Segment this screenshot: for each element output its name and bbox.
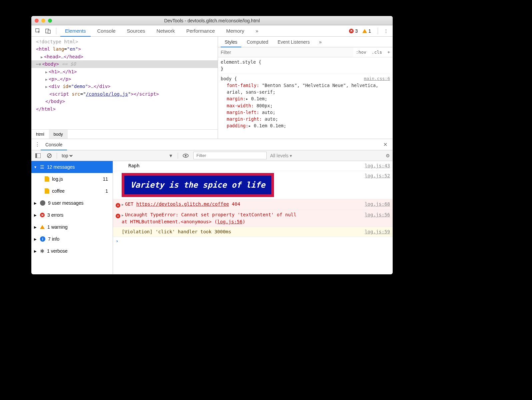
chevron-right-icon: ▶ — [33, 237, 37, 241]
sidebar-toggle-icon[interactable] — [34, 153, 42, 158]
expand-icon[interactable]: ▶ — [45, 77, 49, 83]
console-sidebar: ▼ ☰ 12 messages log.js 11 coffee 1 ▶ 9 u… — [31, 161, 113, 274]
chevron-right-icon: ▶ — [33, 225, 37, 229]
source-link[interactable]: log.js:43 — [362, 162, 390, 169]
inspect-icon[interactable] — [34, 27, 42, 35]
console-prompt[interactable]: › — [113, 237, 393, 245]
tab-network[interactable]: Network — [152, 25, 180, 37]
titlebar: DevTools - devtools.glitch.me/console/lo… — [31, 16, 393, 25]
stack-link[interactable]: log.js:56 — [217, 219, 243, 224]
source-link[interactable]: log.js:59 — [362, 228, 390, 235]
chevron-down-icon[interactable]: ▼ — [167, 153, 175, 158]
stab-styles[interactable]: Styles — [221, 37, 241, 47]
cls-button[interactable]: .cls — [369, 50, 385, 55]
violation-message[interactable]: [Violation] 'click' handler took 3000ms … — [113, 227, 393, 237]
sidebar-warnings[interactable]: ▶ 1 warning — [31, 221, 113, 233]
tab-performance[interactable]: Performance — [182, 25, 220, 37]
chevron-right-icon: ▶ — [33, 213, 37, 217]
error-message[interactable]: ✕ ▶Uncaught TypeError: Cannot set proper… — [113, 210, 393, 227]
warning-badge[interactable]: 1 — [362, 28, 371, 34]
sidebar-messages[interactable]: ▼ ☰ 12 messages — [31, 161, 113, 173]
styles-body[interactable]: element.style { } main.css:6body { font-… — [218, 57, 393, 139]
user-icon — [40, 200, 45, 206]
styled-log: Variety is the spice of life — [122, 173, 274, 197]
chevron-right-icon: ▶ — [33, 201, 37, 205]
error-icon: ✕ — [40, 213, 45, 217]
source-link[interactable]: log.js:68 — [362, 201, 390, 208]
main-tabbar: Elements Console Sources Network Perform… — [31, 25, 393, 37]
info-icon: i — [40, 236, 45, 242]
log-message-styled[interactable]: Variety is the spice of life log.js:52 — [113, 171, 393, 199]
hov-button[interactable]: :hov — [353, 50, 369, 55]
log-levels-selector[interactable]: All levels ▾ — [270, 153, 292, 158]
stab-listeners[interactable]: Event Listeners — [274, 37, 314, 47]
sidebar-verbose[interactable]: ▶ ✱ 1 verbose — [31, 245, 113, 257]
chevron-right-icon: ▶ — [33, 249, 37, 253]
request-url[interactable]: https://devtools.glitch.me/coffee — [136, 201, 229, 207]
clear-console-icon[interactable] — [45, 153, 53, 158]
devtools-window: DevTools - devtools.glitch.me/console/lo… — [31, 16, 393, 274]
tab-memory[interactable]: Memory — [222, 25, 249, 37]
console-filter-input[interactable] — [193, 152, 267, 159]
console-toolbar: top ▼ All levels ▾ ⚙ — [31, 150, 393, 161]
dom-body-selected[interactable]: ⋯▼<body> == $0 — [31, 60, 218, 68]
expand-icon[interactable]: ▶ — [122, 213, 125, 218]
list-icon: ☰ — [40, 164, 44, 170]
chevron-down-icon: ▼ — [33, 165, 37, 169]
breadcrumb-html[interactable]: html — [31, 130, 49, 139]
warning-icon — [362, 29, 367, 33]
menu-icon[interactable]: ⋮ — [382, 27, 390, 35]
expand-icon[interactable]: ▶ — [45, 69, 49, 75]
expand-icon[interactable]: ▶ — [45, 84, 49, 90]
stab-computed[interactable]: Computed — [243, 37, 272, 47]
bug-icon: ✱ — [40, 248, 44, 254]
dom-tree[interactable]: <!doctype html> <html lang="en"> ▶<head>… — [31, 37, 218, 129]
error-icon: ✕ — [349, 29, 354, 33]
console-messages: Raph log.js:43 Variety is the spice of l… — [113, 161, 393, 274]
tab-overflow[interactable]: » — [251, 25, 263, 37]
css-source-link[interactable]: main.css:6 — [364, 75, 390, 82]
styles-tabs: Styles Computed Event Listeners » — [218, 37, 393, 47]
gear-icon[interactable]: ⚙ — [386, 153, 390, 158]
styles-filter-input[interactable] — [218, 47, 353, 57]
console-drawer-tabs: ⋮ Console × — [31, 139, 393, 150]
file-icon — [45, 188, 49, 194]
stab-overflow[interactable]: » — [315, 37, 326, 47]
window-title: DevTools - devtools.glitch.me/console/lo… — [31, 18, 393, 23]
warning-icon — [40, 225, 45, 229]
svg-rect-2 — [48, 30, 50, 33]
tab-elements[interactable]: Elements — [60, 25, 91, 37]
drawer-tab-console[interactable]: Console — [41, 139, 67, 150]
add-rule-button[interactable]: + — [385, 50, 393, 55]
sidebar-item-coffee[interactable]: coffee 1 — [31, 185, 113, 197]
error-icon: ✕ — [116, 214, 120, 218]
svg-point-8 — [185, 155, 187, 156]
tab-console[interactable]: Console — [93, 25, 120, 37]
breadcrumb-body[interactable]: body — [49, 130, 68, 139]
sidebar-errors[interactable]: ▶ ✕ 3 errors — [31, 209, 113, 221]
dom-doctype[interactable]: <!doctype html> — [36, 39, 78, 44]
divider — [56, 28, 56, 34]
expand-icon[interactable]: ▶ — [41, 54, 44, 60]
sidebar-user-messages[interactable]: ▶ 9 user messages — [31, 197, 113, 209]
live-expression-icon[interactable] — [181, 154, 190, 158]
log-message[interactable]: Raph log.js:43 — [113, 161, 393, 171]
error-badge[interactable]: ✕3 — [349, 28, 358, 34]
console-split: ▼ ☰ 12 messages log.js 11 coffee 1 ▶ 9 u… — [31, 161, 393, 274]
error-message[interactable]: ✕ ▶GET https://devtools.glitch.me/coffee… — [113, 199, 393, 210]
tab-sources[interactable]: Sources — [122, 25, 150, 37]
svg-rect-4 — [35, 153, 37, 158]
sidebar-info[interactable]: ▶ i 7 info — [31, 233, 113, 245]
drawer-close-icon[interactable]: × — [381, 141, 390, 148]
drawer-menu-icon[interactable]: ⋮ — [34, 141, 41, 148]
error-icon: ✕ — [116, 203, 120, 208]
sidebar-item-logjs[interactable]: log.js 11 — [31, 173, 113, 185]
context-selector[interactable]: top — [60, 153, 74, 159]
source-link[interactable]: log.js:56 — [362, 211, 390, 218]
styles-filter-bar: :hov .cls + — [218, 47, 393, 57]
source-link[interactable]: log.js:52 — [362, 172, 390, 179]
divider — [378, 28, 378, 34]
device-icon[interactable] — [44, 27, 52, 35]
breadcrumb: html body — [31, 129, 218, 139]
expand-icon[interactable]: ▶ — [122, 202, 125, 207]
